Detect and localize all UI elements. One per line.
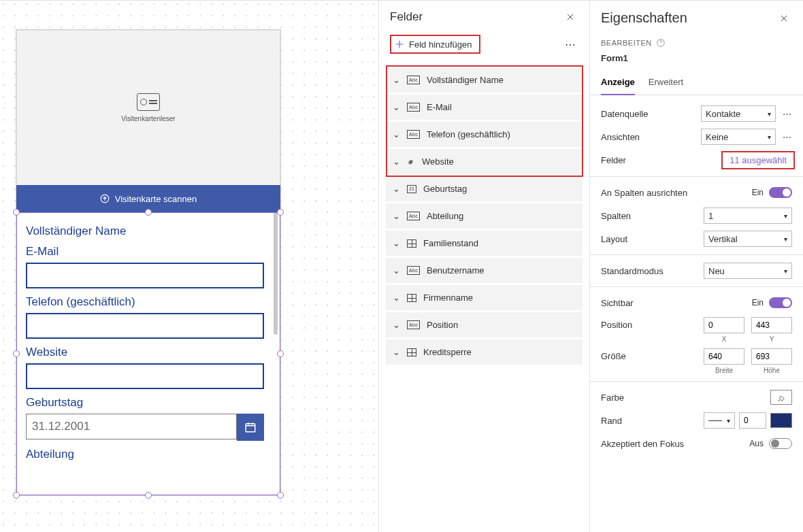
help-icon[interactable]: [656, 38, 666, 48]
visible-state-text: Ein: [752, 298, 764, 307]
field-item[interactable]: ⌄21Geburtstag: [386, 176, 583, 201]
position-y-input[interactable]: [751, 317, 792, 333]
views-select[interactable]: Keine ▾: [701, 129, 776, 145]
snap-state-text: Ein: [752, 188, 764, 197]
fields-panel-title: Felder: [390, 10, 423, 24]
size-h-sublabel: Höhe: [764, 367, 780, 374]
size-width-input[interactable]: [704, 348, 744, 365]
prop-border-label: Rand: [601, 416, 704, 426]
chevron-down-icon: ⌄: [393, 265, 400, 276]
label-email: E-Mail: [26, 245, 271, 259]
field-item-label: Geburtstag: [423, 184, 467, 194]
calendar-picker-button[interactable]: [237, 414, 264, 441]
close-properties-panel[interactable]: [776, 10, 792, 27]
defaultmode-select[interactable]: Neu ▾: [704, 263, 792, 279]
field-item[interactable]: ⌄Firmenname: [386, 285, 583, 310]
date-type-icon: 21: [407, 185, 416, 193]
size-height-input[interactable]: [751, 348, 792, 365]
field-item-label: Telefon (geschäftlich): [427, 129, 510, 139]
chevron-down-icon: ⌄: [393, 320, 400, 330]
prop-layout-label: Layout: [601, 234, 704, 244]
tab-advanced[interactable]: Erweitert: [649, 73, 683, 95]
form-body[interactable]: Vollständiger Name E-Mail Telefon (gesch…: [16, 212, 280, 495]
field-item-label: Website: [422, 156, 454, 167]
datasource-more[interactable]: ⋯: [781, 109, 792, 119]
close-icon: [566, 12, 575, 22]
color-picker[interactable]: [770, 390, 792, 405]
chevron-down-icon: ⌄: [393, 75, 400, 85]
chevron-down-icon: ▾: [784, 267, 787, 275]
text-type-icon: Abc: [407, 130, 420, 139]
border-width-input[interactable]: [739, 412, 766, 429]
field-item-label: Familienstand: [423, 238, 478, 248]
card-icon: [137, 93, 160, 111]
field-item[interactable]: ⌄AbcPosition: [386, 312, 583, 337]
fields-selected-count[interactable]: 11 ausgewählt: [721, 151, 795, 169]
fields-panel: Felder Feld hinzufügen ⋯ ⌄AbcVollständig…: [378, 1, 589, 532]
scan-button-label: Visitenkarte scannen: [115, 194, 197, 204]
chevron-down-icon: ⌄: [393, 156, 400, 167]
chevron-down-icon: ⌄: [393, 211, 400, 221]
field-item[interactable]: ⌄AbcTelefon (geschäftlich): [386, 122, 583, 147]
input-birthday[interactable]: [26, 414, 237, 439]
prop-columns-label: Spalten: [601, 211, 704, 221]
prop-snap-label: An Spalten ausrichten: [601, 188, 752, 198]
field-item[interactable]: ⌄AbcAbteilung: [386, 203, 583, 229]
field-item-label: Kreditsperre: [423, 347, 472, 357]
input-website[interactable]: [26, 363, 264, 389]
field-item[interactable]: ⌄Kreditsperre: [386, 339, 583, 365]
calendar-icon: [244, 421, 257, 433]
paint-bucket-icon: [776, 393, 786, 402]
chevron-down-icon: ▾: [768, 110, 771, 118]
label-department: Abteilung: [26, 448, 271, 461]
prop-position-label: Position: [601, 317, 704, 330]
chevron-down-icon: ⌄: [393, 347, 400, 357]
views-more[interactable]: ⋯: [781, 132, 792, 142]
fields-more-menu[interactable]: ⋯: [562, 35, 578, 54]
chevron-down-icon: ▾: [727, 417, 730, 425]
field-item-label: Vollständiger Name: [427, 75, 504, 85]
border-style-select[interactable]: ▾: [704, 412, 735, 429]
visible-toggle[interactable]: [769, 297, 792, 308]
prop-views-label: Ansichten: [601, 132, 701, 142]
business-card-reader-zone[interactable]: Visitenkartenleser: [16, 30, 280, 185]
focus-toggle[interactable]: [769, 438, 792, 449]
field-item[interactable]: ⌄AbcVollständiger Name: [386, 67, 583, 93]
layout-select[interactable]: Vertikal ▾: [704, 231, 792, 247]
text-type-icon: Abc: [407, 103, 420, 112]
text-type-icon: Abc: [407, 212, 420, 220]
columns-select[interactable]: 1 ▾: [704, 207, 792, 224]
close-fields-panel[interactable]: [562, 9, 578, 25]
prop-fields-label: Felder: [601, 155, 721, 165]
field-item[interactable]: ⌄AbcE-Mail: [386, 95, 583, 120]
chevron-down-icon: ▾: [784, 212, 787, 220]
input-email[interactable]: [26, 263, 264, 288]
snap-toggle[interactable]: [769, 187, 792, 198]
prop-size-label: Größe: [601, 348, 704, 361]
app-preview[interactable]: Visitenkartenleser Visitenkarte scannen …: [16, 30, 280, 495]
chevron-down-icon: ⌄: [393, 129, 400, 139]
prop-visible-label: Sichtbar: [601, 298, 752, 308]
close-icon: [779, 14, 789, 23]
position-x-input[interactable]: [704, 317, 744, 333]
add-field-button[interactable]: Feld hinzufügen: [390, 35, 480, 54]
field-item-label: Benutzername: [427, 265, 485, 276]
chevron-down-icon: ▾: [784, 235, 787, 243]
field-list: ⌄AbcVollständiger Name⌄AbcE-Mail⌄AbcTele…: [379, 61, 589, 365]
properties-title: Eigenschaften: [601, 10, 792, 26]
datasource-select[interactable]: Kontakte ▾: [701, 105, 776, 122]
form-scrollbar[interactable]: [274, 212, 278, 335]
chevron-down-icon: ▾: [768, 133, 771, 141]
field-item[interactable]: ⌄⚭Website: [386, 149, 583, 174]
field-item[interactable]: ⌄AbcBenutzername: [386, 258, 583, 283]
scan-card-button[interactable]: Visitenkarte scannen: [16, 185, 280, 212]
border-color-picker[interactable]: [770, 413, 792, 428]
input-phone[interactable]: [26, 313, 264, 339]
tab-display[interactable]: Anzeige: [601, 73, 635, 95]
chevron-down-icon: ⌄: [393, 238, 400, 248]
field-item[interactable]: ⌄Familienstand: [386, 231, 583, 256]
canvas-area[interactable]: Visitenkartenleser Visitenkarte scannen …: [0, 1, 378, 532]
prop-color-label: Farbe: [601, 393, 770, 403]
chevron-down-icon: ⌄: [393, 293, 400, 303]
label-phone: Telefon (geschäftlich): [26, 295, 271, 309]
